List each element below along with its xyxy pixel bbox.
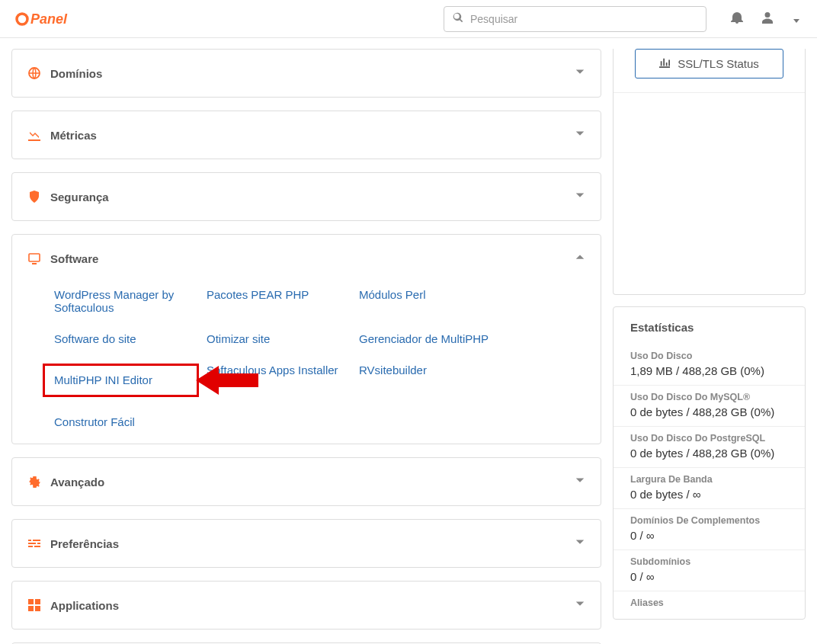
link-easy-builder[interactable]: Construtor Fácil (54, 415, 207, 428)
stat-value: 0 de bytes / 488,28 GB (0%) (630, 405, 788, 418)
software-icon (27, 252, 41, 265)
svg-text:Panel: Panel (30, 11, 68, 27)
account-dropdown[interactable] (783, 12, 806, 26)
sliders-icon (27, 537, 41, 550)
panel-head-metricas[interactable]: Métricas (12, 111, 601, 159)
panel-dominios: Domínios (11, 49, 601, 98)
panel-applications: Applications (11, 581, 601, 630)
panel-title: Avançado (50, 476, 104, 489)
link-perl-modules[interactable]: Módulos Perl (359, 288, 585, 314)
notifications-icon[interactable] (722, 11, 752, 27)
panel-head-seguranca[interactable]: Segurança (12, 173, 601, 220)
link-wordpress-manager[interactable]: WordPress Manager by Softaculous (54, 288, 207, 314)
cpanel-logo[interactable]: Panel (15, 11, 88, 27)
panel-software: Software WordPress Manager by Softaculou… (11, 234, 601, 444)
panel-head-dominios[interactable]: Domínios (12, 50, 601, 97)
stat-postgres: Uso Do Disco Do PostgreSQL 0 de bytes / … (614, 427, 805, 468)
link-softaculous-installer[interactable]: Softaculous Apps Installer (207, 364, 359, 397)
stat-value: 0 / ∞ (630, 529, 788, 542)
ssl-card: SSL/TLS Status (613, 49, 806, 295)
bar-chart-icon (659, 57, 670, 70)
chevron-down-icon (575, 128, 585, 142)
panel-avancado: Avançado (11, 457, 601, 506)
stat-label: Uso Do Disco Do PostgreSQL (630, 433, 788, 444)
panel-head-software[interactable]: Software (12, 235, 601, 282)
search-wrap (444, 6, 706, 32)
gears-icon (27, 475, 41, 489)
search-icon (453, 12, 463, 26)
panel-body-software: WordPress Manager by Softaculous Pacotes… (12, 282, 601, 444)
caret-down-icon (793, 19, 799, 23)
chart-icon (27, 128, 41, 142)
chevron-up-icon (575, 252, 585, 265)
chevron-down-icon (575, 190, 585, 203)
stat-value: 1,89 MB / 488,28 GB (0%) (630, 364, 788, 377)
stat-addon-domains: Domínios De Complementos 0 / ∞ (614, 509, 805, 550)
link-multiphp-manager[interactable]: Gerenciador de MultiPHP (359, 332, 585, 345)
main-content: Domínios Métricas (0, 38, 817, 644)
stat-bandwidth: Largura De Banda 0 de bytes / ∞ (614, 468, 805, 509)
stat-label: Uso Do Disco Do MySQL® (630, 392, 788, 402)
highlight-annotation: MultiPHP INI Editor (43, 364, 199, 397)
svg-rect-6 (35, 599, 40, 604)
panel-head-avancado[interactable]: Avançado (12, 458, 601, 505)
panel-metricas: Métricas (11, 111, 601, 159)
stat-subdomains: Subdomínios 0 / ∞ (614, 550, 805, 591)
stat-value: 0 de bytes / ∞ (630, 488, 788, 501)
svg-rect-7 (28, 606, 34, 611)
svg-point-0 (17, 14, 27, 24)
link-pear-php[interactable]: Pacotes PEAR PHP (207, 288, 359, 314)
stat-label: Largura De Banda (630, 474, 788, 485)
link-multiphp-ini-editor[interactable]: MultiPHP INI Editor (54, 373, 152, 386)
panel-title: Domínios (50, 67, 102, 80)
panel-title: Segurança (50, 191, 109, 203)
chevron-down-icon (575, 598, 585, 612)
svg-rect-3 (29, 254, 40, 261)
svg-rect-8 (35, 606, 40, 611)
user-icon[interactable] (752, 11, 783, 27)
stats-card: Estatísticas Uso Do Disco 1,89 MB / 488,… (613, 306, 806, 620)
shield-icon (27, 190, 41, 203)
panel-preferencias: Preferências (11, 519, 601, 568)
panel-title: Métricas (50, 129, 97, 142)
top-bar: Panel (0, 0, 817, 38)
panel-title: Software (50, 252, 98, 265)
panel-head-preferencias[interactable]: Preferências (12, 520, 601, 567)
link-optimize-site[interactable]: Otimizar site (207, 332, 359, 345)
stat-value: 0 / ∞ (630, 570, 788, 583)
chevron-down-icon (575, 66, 585, 80)
ssl-button-label: SSL/TLS Status (678, 57, 759, 70)
panel-title: Preferências (50, 537, 119, 550)
grid-icon (27, 598, 41, 612)
ssl-tls-status-button[interactable]: SSL/TLS Status (635, 49, 783, 78)
stat-label: Subdomínios (630, 556, 788, 567)
stat-aliases: Aliases (614, 591, 805, 619)
link-site-software[interactable]: Software do site (54, 332, 207, 345)
link-rvsitebuilder[interactable]: RVsitebuilder (359, 364, 585, 397)
stat-mysql: Uso Do Disco Do MySQL® 0 de bytes / 488,… (614, 386, 805, 427)
stat-disk: Uso Do Disco 1,89 MB / 488,28 GB (0%) (614, 344, 805, 386)
stats-title: Estatísticas (614, 307, 805, 344)
stat-label: Aliases (630, 598, 788, 608)
stat-value: 0 de bytes / 488,28 GB (0%) (630, 447, 788, 460)
search-input[interactable] (444, 6, 706, 32)
svg-rect-5 (28, 599, 34, 604)
stat-label: Uso Do Disco (630, 351, 788, 361)
chevron-down-icon (575, 475, 585, 489)
chevron-down-icon (575, 537, 585, 550)
panel-seguranca: Segurança (11, 172, 601, 221)
panel-head-applications[interactable]: Applications (12, 582, 601, 629)
globe-icon (27, 66, 41, 80)
stat-label: Domínios De Complementos (630, 515, 788, 526)
panel-title: Applications (50, 599, 119, 612)
